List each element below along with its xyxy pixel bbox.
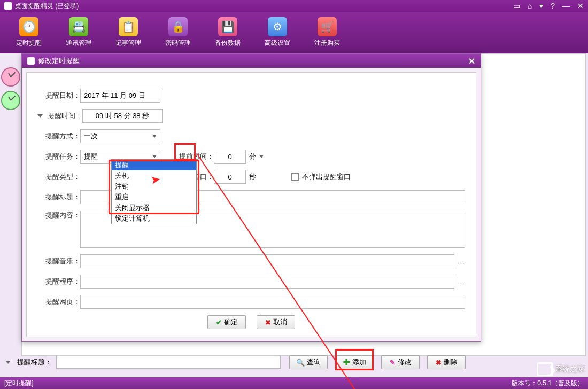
cancel-button[interactable]: ✖取消 [257, 315, 295, 329]
closewin-unit: 秒 [249, 172, 256, 182]
label-program: 提醒程序 [37, 277, 80, 286]
gear-icon: ⚙ [268, 17, 287, 36]
label-mode: 提醒方式 [37, 131, 80, 141]
task-option[interactable]: 重启 [112, 192, 196, 203]
label-url: 提醒网页 [37, 297, 80, 307]
add-button[interactable]: ✚添加 [335, 355, 374, 369]
task-dropdown-list: 提醒 关机 注销 重启 关闭显示器 锁定计算机 [111, 159, 197, 224]
program-input[interactable] [80, 275, 454, 289]
main-titlebar: 桌面提醒精灵 (已登录) ▭ ⌂ ▾ ? — ✕ [0, 0, 588, 12]
main-toolbar: 🕐定时提醒 📇通讯管理 📋记事管理 🔒密码管理 💾备份数据 ⚙高级设置 🛒注册购… [0, 12, 588, 53]
tool-settings[interactable]: ⚙高级设置 [265, 17, 290, 53]
expand-icon[interactable] [5, 361, 11, 364]
advance-unit: 分 [249, 152, 256, 161]
tool-timer-reminder[interactable]: 🕐定时提醒 [16, 17, 42, 53]
contacts-icon: 📇 [69, 17, 88, 36]
app-title: 桌面提醒精灵 (已登录) [15, 2, 79, 11]
watermark: 系统之家 [537, 362, 585, 376]
watermark-text: 系统之家 [555, 364, 585, 374]
dialog-close-icon[interactable]: ✕ [468, 56, 475, 66]
tool-password[interactable]: 🔒密码管理 [165, 17, 191, 53]
notes-icon: 📋 [119, 17, 138, 36]
ok-button[interactable]: ✔确定 [207, 315, 246, 329]
tool-notes[interactable]: 📋记事管理 [115, 17, 141, 53]
status-bar: [定时提醒] 版本号：0.5.1（普及版） [0, 377, 588, 389]
label-date: 提醒日期 [37, 91, 80, 100]
search-icon: 🔍 [296, 359, 305, 367]
browse-program-button[interactable]: … [458, 278, 465, 286]
label-music: 提醒音乐 [37, 256, 80, 266]
mode-dropdown[interactable]: 一次 [80, 129, 160, 143]
tool-contacts[interactable]: 📇通讯管理 [66, 17, 91, 53]
watermark-logo-icon [537, 362, 553, 376]
label-title-field: 提醒标题 [37, 192, 80, 202]
no-popup-checkbox[interactable] [291, 173, 299, 181]
lock-icon: 🔒 [168, 17, 188, 36]
dialog-icon [27, 57, 35, 65]
cart-icon: 🛒 [318, 17, 337, 36]
browse-music-button[interactable]: … [458, 258, 465, 266]
search-title-input[interactable] [56, 356, 281, 369]
backup-icon: 💾 [218, 17, 237, 36]
pencil-icon: ✎ [390, 359, 396, 367]
help-icon[interactable]: ? [551, 2, 555, 10]
delete-button[interactable]: ✖删除 [427, 355, 466, 369]
x-icon: ✖ [436, 359, 442, 367]
task-option[interactable]: 提醒 [112, 160, 196, 170]
search-label: 提醒标题： [17, 357, 52, 367]
minimize-icon[interactable]: — [562, 2, 570, 10]
x-icon: ✖ [265, 318, 271, 326]
bottom-action-bar: 提醒标题： 🔍查询 ✚添加 ✎修改 ✖删除 [5, 353, 583, 372]
expand-icon[interactable] [37, 114, 43, 118]
query-button[interactable]: 🔍查询 [289, 355, 328, 369]
modify-button[interactable]: ✎修改 [381, 355, 420, 369]
home-icon[interactable]: ⌂ [528, 2, 532, 10]
task-option[interactable]: 关机 [112, 170, 196, 181]
no-popup-label: 不弹出提醒窗口 [302, 172, 351, 182]
task-option[interactable]: 关闭显示器 [112, 203, 196, 213]
url-input[interactable] [80, 295, 465, 309]
label-type: 提醒类型 [37, 172, 80, 182]
clock-item-2[interactable] [1, 91, 20, 110]
date-dropdown[interactable]: 2017 年 11 月 09 日 [80, 89, 160, 103]
edit-reminder-dialog: 修改定时提醒 ✕ 提醒日期 2017 年 11 月 09 日 提醒时间 09 时… [21, 53, 481, 342]
advance-field[interactable]: 0 [214, 150, 246, 164]
label-content: 提醒内容 [37, 211, 80, 220]
time-field[interactable]: 09 时 58 分 38 秒 [82, 109, 163, 123]
clock-icon: 🕐 [19, 17, 38, 36]
task-option[interactable]: 注销 [112, 181, 196, 192]
label-task: 提醒任务 [37, 152, 80, 161]
label-time: 提醒时间 [45, 111, 82, 121]
music-input[interactable] [80, 254, 454, 268]
clock-item-1[interactable] [1, 67, 20, 87]
check-icon: ✔ [216, 318, 222, 326]
menu-icon[interactable]: ▾ [539, 2, 543, 10]
status-right: 版本号：0.5.1（普及版） [512, 379, 584, 388]
dialog-title: 修改定时提醒 [38, 56, 80, 66]
chevron-down-icon[interactable] [259, 155, 264, 158]
task-option[interactable]: 锁定计算机 [112, 213, 196, 224]
tool-backup[interactable]: 💾备份数据 [215, 17, 241, 53]
side-clocks [0, 63, 21, 114]
plus-icon: ✚ [343, 357, 350, 367]
chevron-down-icon [152, 135, 157, 138]
chevron-down-icon [152, 155, 157, 158]
close-icon[interactable]: ✕ [577, 2, 584, 10]
tool-register[interactable]: 🛒注册购买 [314, 17, 340, 53]
closewin-field[interactable]: 0 [214, 170, 246, 184]
app-icon [4, 2, 12, 10]
dialog-titlebar: 修改定时提醒 ✕ [22, 54, 481, 68]
status-left: [定时提醒] [4, 379, 34, 388]
skin-icon[interactable]: ▭ [513, 2, 520, 10]
